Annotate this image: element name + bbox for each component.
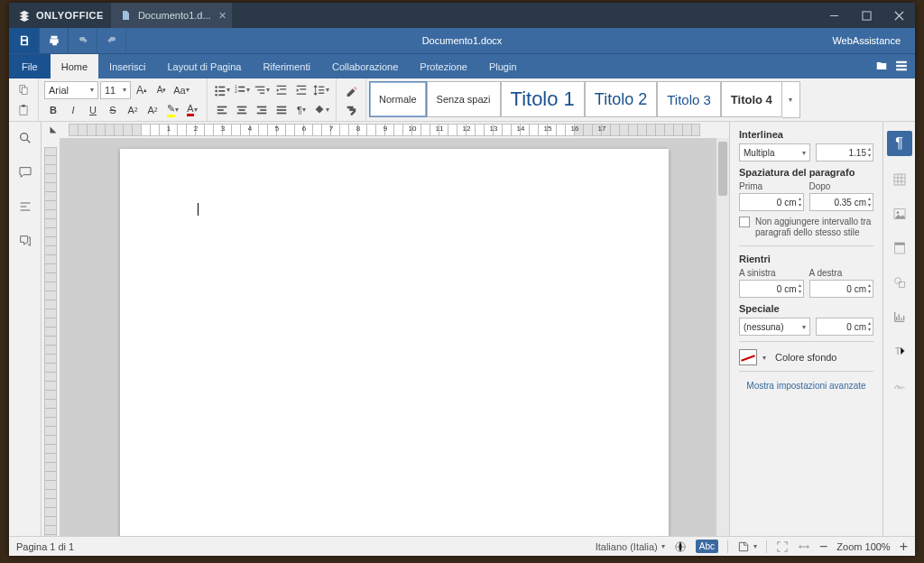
document-canvas[interactable]: [60, 138, 729, 536]
line-spacing-button[interactable]: ▾: [312, 81, 330, 99]
zoom-in-button[interactable]: +: [900, 539, 908, 555]
scrollbar-vertical[interactable]: [716, 138, 729, 536]
table-tab-icon[interactable]: [892, 172, 907, 190]
page-status[interactable]: Pagina 1 di 1: [16, 541, 74, 552]
special-indent-input[interactable]: 0 cm▴▾: [816, 318, 873, 336]
decrease-font-button[interactable]: A▾: [152, 81, 171, 99]
tab-selector-icon[interactable]: [47, 124, 60, 136]
copy-button[interactable]: [14, 81, 32, 99]
tab-collaboration[interactable]: Collaborazione: [321, 54, 409, 78]
highlight-button[interactable]: ✎▾: [163, 101, 181, 119]
fit-width-button[interactable]: [798, 540, 810, 553]
print-button[interactable]: [40, 28, 69, 53]
signature-tab-icon[interactable]: [892, 378, 907, 396]
bgcolor-swatch[interactable]: [739, 349, 757, 365]
tab-plugin[interactable]: Plugin: [478, 54, 528, 78]
textart-tab-icon[interactable]: T: [892, 344, 907, 362]
style-title4[interactable]: Titolo 4: [721, 81, 782, 117]
underline-button[interactable]: U: [84, 101, 102, 119]
tab-references[interactable]: Riferimenti: [252, 54, 321, 78]
italic-button[interactable]: I: [64, 101, 82, 119]
subscript-button[interactable]: A2: [143, 101, 162, 119]
language-select[interactable]: Italiano (Italia)▾: [596, 541, 665, 552]
spellcheck-button[interactable]: [674, 540, 687, 553]
right-panel: Interlinea Multipla▾ 1.15▴▾ Spaziatura d…: [729, 122, 882, 536]
chart-tab-icon[interactable]: [892, 309, 907, 328]
advanced-settings-link[interactable]: Mostra impostazioni avanzate: [739, 381, 873, 391]
redo-button[interactable]: [97, 28, 126, 53]
close-button[interactable]: [882, 3, 915, 28]
strike-button[interactable]: S: [104, 101, 122, 119]
minimize-button[interactable]: [818, 3, 850, 28]
increase-font-button[interactable]: A▴: [133, 81, 151, 99]
change-case-button[interactable]: Aa▾: [172, 81, 190, 99]
bullets-button[interactable]: ▾: [213, 81, 231, 99]
zoom-out-button[interactable]: −: [819, 539, 827, 555]
multilevel-button[interactable]: ▾: [253, 81, 271, 99]
para-spacing-label: Spaziatura del paragrafo: [739, 167, 873, 178]
paragraph-tab-icon[interactable]: ¶: [887, 131, 912, 156]
open-location-icon[interactable]: [875, 60, 888, 74]
tab-file[interactable]: File: [9, 54, 51, 78]
clear-style-button[interactable]: [342, 81, 360, 99]
horizontal-ruler[interactable]: 1234567891011121314151617: [42, 122, 729, 138]
font-name-select[interactable]: Arial▾: [44, 81, 98, 99]
tab-insert[interactable]: Inserisci: [98, 54, 156, 78]
shading-button[interactable]: ▾: [312, 101, 330, 119]
line-spacing-type-select[interactable]: Multipla▾: [739, 143, 810, 162]
save-button[interactable]: [9, 28, 40, 53]
font-color-button[interactable]: A▾: [183, 101, 201, 119]
line-spacing-value-input[interactable]: 1.15▴▾: [816, 143, 873, 162]
page[interactable]: [120, 149, 669, 536]
header-tab-icon[interactable]: [892, 241, 907, 259]
track-changes-button[interactable]: ▾: [737, 540, 757, 553]
view-settings-icon[interactable]: [895, 60, 908, 74]
special-indent-select[interactable]: (nessuna)▾: [739, 318, 810, 336]
user-name[interactable]: WebAssistance: [818, 28, 915, 53]
style-title2[interactable]: Titolo 2: [585, 81, 657, 117]
maximize-button[interactable]: [850, 3, 882, 28]
indent-right-input[interactable]: 0 cm▴▾: [809, 280, 874, 298]
svg-point-45: [896, 211, 899, 214]
undo-button[interactable]: [69, 28, 97, 53]
image-tab-icon[interactable]: [892, 207, 907, 225]
align-justify-button[interactable]: [273, 101, 291, 119]
zoom-label[interactable]: Zoom 100%: [836, 541, 890, 552]
style-title3[interactable]: Titolo 3: [657, 81, 721, 117]
nonprinting-button[interactable]: ¶▾: [292, 101, 310, 119]
shape-tab-icon[interactable]: [892, 275, 907, 293]
document-tab[interactable]: Documento1.d... ✕: [111, 3, 233, 28]
spacing-before-input[interactable]: 0 cm▴▾: [739, 193, 804, 211]
vertical-ruler[interactable]: [42, 138, 60, 536]
tab-layout[interactable]: Layout di Pagina: [156, 54, 252, 78]
svg-rect-3: [896, 68, 907, 69]
paste-button[interactable]: [14, 101, 32, 119]
spacing-after-input[interactable]: 0.35 cm▴▾: [809, 193, 874, 211]
headings-icon[interactable]: [18, 199, 32, 217]
align-left-button[interactable]: [213, 101, 231, 119]
tab-protection[interactable]: Protezione: [409, 54, 478, 78]
indent-left-input[interactable]: 0 cm▴▾: [739, 280, 804, 298]
align-center-button[interactable]: [233, 101, 251, 119]
feedback-icon[interactable]: [18, 234, 32, 252]
fit-page-button[interactable]: [776, 540, 789, 553]
bold-button[interactable]: B: [44, 101, 62, 119]
numbering-button[interactable]: 12▾: [233, 81, 251, 99]
search-icon[interactable]: [18, 131, 32, 149]
align-right-button[interactable]: [253, 101, 271, 119]
style-nospacing[interactable]: Senza spazi: [427, 81, 501, 117]
font-size-select[interactable]: 11▾: [100, 81, 131, 99]
styles-dropdown[interactable]: ▾: [782, 81, 800, 118]
spell-toggle[interactable]: Abc: [696, 540, 718, 553]
style-title1[interactable]: Titolo 1: [501, 81, 585, 117]
svg-rect-18: [255, 86, 265, 87]
comments-icon[interactable]: [18, 165, 32, 183]
style-normal[interactable]: Normale: [369, 81, 427, 117]
copy-style-button[interactable]: [342, 101, 360, 119]
inc-indent-button[interactable]: [292, 81, 310, 99]
same-style-checkbox[interactable]: Non aggiungere intervallo tra paragrafi …: [739, 217, 873, 238]
superscript-button[interactable]: A2: [124, 101, 142, 119]
close-tab-icon[interactable]: ✕: [218, 10, 226, 22]
dec-indent-button[interactable]: [273, 81, 291, 99]
tab-home[interactable]: Home: [51, 54, 98, 78]
